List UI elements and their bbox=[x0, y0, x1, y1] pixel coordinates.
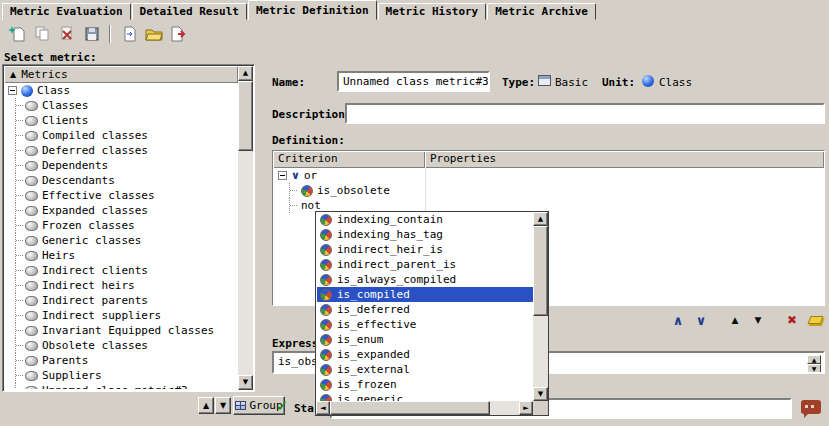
criterion-option[interactable]: is_frozen bbox=[317, 377, 533, 392]
tree-item[interactable]: Indirect parents bbox=[15, 293, 237, 308]
tree-item[interactable]: Clients bbox=[15, 113, 237, 128]
tree-item[interactable]: Invariant Equipped classes bbox=[15, 323, 237, 338]
criterion-option[interactable]: is_generic bbox=[317, 392, 533, 401]
tree-item[interactable]: Suppliers bbox=[15, 368, 237, 383]
erase-criterion-icon[interactable] bbox=[805, 310, 825, 330]
reload-metrics-button[interactable] bbox=[117, 23, 140, 46]
scroll-down-icon[interactable] bbox=[238, 375, 253, 390]
move-metric-down-button[interactable] bbox=[215, 397, 231, 414]
criterion-option[interactable]: is_enum bbox=[317, 332, 533, 347]
criterion-option[interactable]: indexing_has_tag bbox=[317, 227, 533, 242]
tree-item[interactable]: Unnamed class metric#3 bbox=[15, 383, 237, 389]
scroll-up-icon[interactable] bbox=[533, 212, 548, 226]
tree-item[interactable]: Descendants bbox=[15, 173, 237, 188]
collapse-icon[interactable] bbox=[8, 86, 17, 95]
tree-item[interactable]: Deferred classes bbox=[15, 143, 237, 158]
metrics-column-title: Metrics bbox=[21, 68, 67, 81]
tree-item[interactable]: Indirect suppliers bbox=[15, 308, 237, 323]
tree-item-label: Frozen classes bbox=[42, 219, 135, 232]
tree-item[interactable]: Indirect heirs bbox=[15, 278, 237, 293]
criterion-row-is-obsolete[interactable]: is_obsolete bbox=[273, 183, 824, 198]
metric-icon bbox=[25, 341, 38, 351]
copy-metric-button[interactable] bbox=[30, 23, 53, 46]
scroll-down-icon[interactable] bbox=[533, 387, 548, 401]
move-metric-up-button[interactable] bbox=[198, 397, 214, 414]
tree-item[interactable]: Generic classes bbox=[15, 233, 237, 248]
tree-item-label: Descendants bbox=[42, 174, 115, 187]
description-field[interactable] bbox=[345, 103, 825, 124]
tree-children: Classes Clients Compiled classes bbox=[5, 98, 237, 389]
collapse-icon[interactable] bbox=[278, 171, 287, 180]
scroll-down-icon[interactable] bbox=[807, 364, 821, 373]
criterion-option[interactable]: indirect_parent_is bbox=[317, 257, 533, 272]
properties-column-header[interactable]: Properties bbox=[425, 151, 824, 168]
name-field[interactable]: Unnamed class metric#3 bbox=[337, 71, 490, 92]
scroll-left-icon[interactable] bbox=[316, 401, 330, 415]
tree-item[interactable]: Dependents bbox=[15, 158, 237, 173]
criterion-option[interactable]: is_compiled bbox=[317, 287, 533, 302]
criterion-row-or[interactable]: or bbox=[273, 168, 824, 183]
tree-item-label: Effective classes bbox=[42, 189, 155, 202]
scrollbar-thumb[interactable] bbox=[330, 401, 490, 415]
tree-item[interactable]: Parents bbox=[15, 353, 237, 368]
move-criterion-up-icon[interactable]: ▲ bbox=[725, 310, 745, 330]
new-metric-icon bbox=[8, 26, 25, 42]
scroll-up-icon[interactable] bbox=[238, 66, 253, 81]
tree-item[interactable]: Classes bbox=[15, 98, 237, 113]
dropdown-vscrollbar[interactable] bbox=[533, 212, 548, 401]
criterion-option[interactable]: indirect_heir_is bbox=[317, 242, 533, 257]
tree-item[interactable]: Obsolete classes bbox=[15, 338, 237, 353]
comment-icon[interactable] bbox=[801, 400, 821, 414]
name-label: Name: bbox=[272, 76, 305, 89]
criterion-option[interactable]: is_deferred bbox=[317, 302, 533, 317]
tree-item-label: Dependents bbox=[42, 159, 108, 172]
move-criterion-down-icon[interactable]: ▼ bbox=[748, 310, 768, 330]
tree-item-label: Indirect clients bbox=[42, 264, 148, 277]
new-metric-button[interactable] bbox=[5, 23, 28, 46]
criterion-column-header[interactable]: Criterion bbox=[273, 151, 425, 168]
save-metric-button[interactable] bbox=[80, 23, 103, 46]
tree-item[interactable]: Effective classes bbox=[15, 188, 237, 203]
criterion-option[interactable]: is_expanded bbox=[317, 347, 533, 362]
criterion-option[interactable]: indexing_contain bbox=[317, 212, 533, 227]
metric-icon bbox=[25, 281, 38, 291]
delete-metric-button[interactable] bbox=[55, 23, 78, 46]
dropdown-hscrollbar[interactable] bbox=[316, 401, 533, 415]
metric-icon bbox=[25, 206, 38, 216]
tree-item-label: Indirect suppliers bbox=[42, 309, 161, 322]
tab[interactable]: Metric Archive bbox=[487, 3, 596, 20]
tree-item[interactable]: Compiled classes bbox=[15, 128, 237, 143]
metric-icon bbox=[25, 116, 38, 126]
criterion-option[interactable]: is_always_compiled bbox=[317, 272, 533, 287]
tab[interactable]: Metric Definition bbox=[248, 0, 377, 20]
and-criterion-icon[interactable]: ∧ bbox=[668, 310, 688, 330]
tree-scrollbar[interactable] bbox=[238, 66, 253, 390]
criterion-option[interactable]: is_external bbox=[317, 362, 533, 377]
tree-item-label: Class bbox=[37, 84, 70, 97]
tree-item[interactable]: Frozen classes bbox=[15, 218, 237, 233]
tab[interactable]: Detailed Result bbox=[132, 3, 247, 20]
tree-item[interactable]: Expanded classes bbox=[15, 203, 237, 218]
scroll-up-icon[interactable] bbox=[807, 355, 821, 364]
metrics-column-header[interactable]: Metrics bbox=[4, 66, 238, 83]
tree-item[interactable]: Heirs bbox=[15, 248, 237, 263]
criterion-label: or bbox=[304, 169, 317, 182]
scrollbar-thumb[interactable] bbox=[238, 81, 253, 151]
or-operator-icon bbox=[291, 169, 300, 182]
delete-criterion-icon[interactable]: ✖ bbox=[782, 310, 802, 330]
tree-item[interactable]: Indirect clients bbox=[15, 263, 237, 278]
or-criterion-icon[interactable]: ∨ bbox=[691, 310, 711, 330]
tab[interactable]: Metric History bbox=[378, 3, 487, 20]
tab-label: Metric Evaluation bbox=[10, 5, 123, 18]
scrollbar-thumb[interactable] bbox=[533, 226, 548, 316]
tree-item-label: Classes bbox=[42, 99, 88, 112]
tab-label: Detailed Result bbox=[140, 5, 239, 18]
metric-toolbar bbox=[0, 20, 829, 48]
tree-item-class-root[interactable]: Class bbox=[5, 83, 237, 98]
scroll-right-icon[interactable] bbox=[519, 401, 533, 415]
tab[interactable]: Metric Evaluation bbox=[2, 3, 131, 20]
criterion-icon bbox=[320, 259, 332, 271]
export-metrics-button[interactable] bbox=[167, 23, 190, 46]
open-metrics-folder-button[interactable] bbox=[142, 23, 165, 46]
criterion-option[interactable]: is_effective bbox=[317, 317, 533, 332]
